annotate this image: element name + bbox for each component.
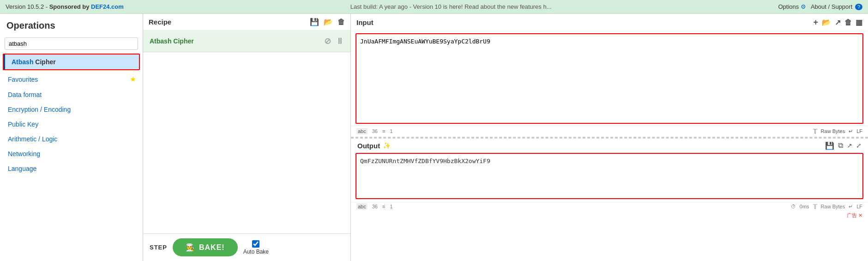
output-header-bar: Output ✨ 💾 ⧉ ↗ ⤢: [351, 139, 868, 153]
pause-icon[interactable]: ⏸: [336, 36, 344, 46]
auto-bake-label: Auto Bake: [243, 249, 269, 255]
sidebar-item-encryption-label: Encryption / Encoding: [8, 106, 71, 113]
question-icon: ?: [855, 4, 862, 10]
auto-bake-container: Auto Bake: [243, 240, 269, 255]
newline-label[interactable]: LF: [856, 128, 862, 134]
input-right-opts: 𝕋 Raw Bytes ↵ LF: [813, 128, 862, 135]
input-left-stats: abc 36 ≡ 1: [356, 128, 393, 134]
output-title: Output: [357, 142, 380, 150]
top-bar-right: Options ⚙ About / Support ?: [778, 3, 862, 10]
sidebar-item-language[interactable]: Language: [0, 161, 143, 176]
ad-bar: 广告 ✕: [351, 211, 868, 220]
sidebar-item-favourites[interactable]: Favourites ★: [0, 71, 143, 87]
sidebar-item-atbash[interactable]: Atbash Cipher: [4, 55, 139, 69]
sidebar-item-networking[interactable]: Networking: [0, 146, 143, 161]
output-title-area: Output ✨: [357, 142, 391, 150]
abc-badge: abc: [356, 128, 368, 134]
input-section: Input + 📂 ↗ 🗑 ▦ JnUaAFMFImgANSEuAWYuBE9S…: [351, 14, 868, 138]
input-line-count-icon: ≡: [382, 128, 385, 134]
output-line-count-icon: ≡: [382, 204, 385, 209]
open-file-icon[interactable]: 📂: [822, 18, 831, 27]
sidebar-item-encryption[interactable]: Encryption / Encoding: [0, 102, 143, 117]
input-line-count: 1: [390, 128, 392, 134]
bake-icon: 👨‍🍳: [186, 243, 195, 252]
output-left-stats: abc 36 ≡ 1: [356, 203, 393, 210]
recipe-panel: Recipe 💾 📂 🗑 Atbash Cipher ⊘ ⏸ STEP 👨‍🍳 …: [143, 14, 351, 261]
options-link[interactable]: Options ⚙: [778, 3, 806, 10]
output-value: QmFzZUNURntZMHVfZDBfYV9HbzBkX2owYiF9: [360, 158, 490, 164]
about-label: About / Support: [811, 3, 852, 10]
input-textarea[interactable]: JnUaAFMFImgANSEuAWYuBE9SyaYpC2ldBrU9: [356, 34, 862, 123]
star-icon: ★: [130, 75, 136, 84]
format-icon: 𝕋: [813, 128, 817, 135]
sidebar-item-networking-label: Networking: [8, 150, 40, 158]
output-abc-badge: abc: [356, 203, 368, 210]
bake-label: BAKE!: [199, 243, 225, 252]
step-label: STEP: [150, 244, 167, 251]
sidebar-title: Operations: [0, 14, 143, 35]
recipe-save-icon[interactable]: 💾: [310, 18, 319, 26]
input-delete-icon[interactable]: 🗑: [844, 18, 852, 27]
recipe-open-icon[interactable]: 📂: [324, 18, 333, 26]
recipe-header-icons: 💾 📂 🗑: [310, 18, 345, 26]
output-line-count: 1: [390, 204, 392, 209]
sidebar-item-atbash-label: Atbash Cipher: [12, 58, 56, 66]
top-bar: Version 10.5.2 - Sponsored by DEF24.com …: [0, 0, 868, 14]
sponsor-link[interactable]: DEF24.com: [91, 3, 124, 10]
output-text-area: QmFzZUNURntZMHVfZDBfYV9HbzBkX2owYiF9: [356, 153, 863, 199]
output-newline-label[interactable]: LF: [856, 204, 862, 209]
version-info: Version 10.5.2 - Sponsored by DEF24.com: [6, 3, 124, 10]
step-bar: STEP 👨‍🍳 BAKE! Auto Bake: [143, 233, 350, 261]
sidebar-item-publickey[interactable]: Public Key: [0, 117, 143, 132]
sponsored-text: Sponsored by: [49, 3, 90, 10]
sidebar-item-dataformat[interactable]: Data format: [0, 87, 143, 102]
sidebar-item-language-label: Language: [8, 165, 36, 172]
output-newline-icon: ↵: [849, 204, 853, 210]
output-action-icons: 💾 ⧉ ↗ ⤢: [825, 141, 862, 150]
format-label[interactable]: Raw Bytes: [821, 128, 845, 134]
recipe-item-label: Atbash Cipher: [150, 37, 194, 45]
disable-icon[interactable]: ⊘: [324, 36, 331, 46]
recipe-title: Recipe: [149, 18, 171, 26]
output-format-label[interactable]: Raw Bytes: [821, 204, 845, 209]
input-header: Input + 📂 ↗ 🗑 ▦: [351, 14, 868, 31]
output-time: 0ms: [800, 204, 809, 209]
recipe-header: Recipe 💾 📂 🗑: [143, 14, 350, 30]
output-section: Output ✨ 💾 ⧉ ↗ ⤢ QmFzZUNURntZMHVfZDBfYV9…: [351, 139, 868, 261]
add-icon[interactable]: +: [813, 18, 818, 27]
options-label: Options: [778, 3, 799, 10]
input-title: Input: [356, 18, 374, 26]
sidebar-item-arithmetic-label: Arithmetic / Logic: [8, 135, 57, 143]
import-icon[interactable]: ↗: [835, 18, 841, 27]
output-save-icon[interactable]: 💾: [825, 141, 834, 150]
magic-wand-icon[interactable]: ✨: [383, 142, 391, 149]
io-panel: Input + 📂 ↗ 🗑 ▦ JnUaAFMFImgANSEuAWYuBE9S…: [351, 14, 868, 261]
clock-icon: ⏱: [791, 204, 796, 209]
newline-icon: ↵: [849, 128, 853, 134]
sidebar-item-publickey-label: Public Key: [8, 121, 38, 128]
output-upload-icon[interactable]: ↗: [847, 142, 852, 149]
bake-button[interactable]: 👨‍🍳 BAKE!: [173, 238, 238, 256]
search-input[interactable]: [5, 37, 138, 50]
tabs-icon[interactable]: ▦: [856, 18, 862, 27]
sidebar-item-favourites-label: Favourites: [8, 76, 38, 83]
output-status-bar: abc 36 ≡ 1 ⏱ 0ms 𝕋 Raw Bytes ↵ LF: [351, 202, 868, 211]
output-format-icon: 𝕋: [813, 203, 817, 210]
ad-text: 广告 ✕: [847, 212, 862, 218]
output-copy-icon[interactable]: ⧉: [838, 141, 843, 150]
recipe-delete-icon[interactable]: 🗑: [338, 18, 345, 26]
build-info: Last build: A year ago - Version 10 is h…: [124, 3, 778, 10]
recipe-item-atbash: Atbash Cipher ⊘ ⏸: [143, 30, 350, 52]
main-layout: Operations Atbash Cipher Favourites ★ Da…: [0, 14, 868, 261]
input-status-bar: abc 36 ≡ 1 𝕋 Raw Bytes ↵ LF: [351, 126, 868, 137]
gear-icon: ⚙: [801, 3, 806, 10]
version-text: Version 10.5.2 -: [6, 3, 48, 10]
sidebar-search-wrapper: [0, 35, 143, 53]
sidebar: Operations Atbash Cipher Favourites ★ Da…: [0, 14, 143, 261]
output-expand-icon[interactable]: ⤢: [856, 142, 862, 149]
sidebar-item-arithmetic[interactable]: Arithmetic / Logic: [0, 132, 143, 146]
about-link[interactable]: About / Support ?: [811, 3, 862, 10]
output-char-count: 36: [372, 204, 378, 209]
auto-bake-checkbox[interactable]: [252, 240, 259, 248]
recipe-item-icons: ⊘ ⏸: [324, 36, 344, 46]
